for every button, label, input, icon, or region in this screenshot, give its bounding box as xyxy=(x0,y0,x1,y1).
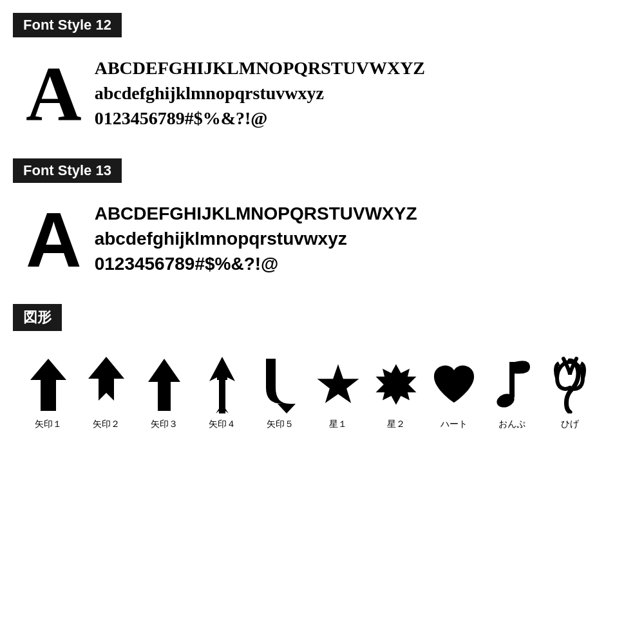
svg-rect-9 xyxy=(509,362,515,397)
hige-icon xyxy=(547,355,592,413)
arrow1-icon xyxy=(26,355,71,413)
shape-item-arrow3: 矢印３ xyxy=(135,355,193,430)
music-icon xyxy=(489,355,535,413)
arrow4-icon xyxy=(200,355,245,413)
font-style-12-row-3: 0123456789#$%&?!@ xyxy=(95,106,425,131)
font-style-12-title: Font Style 12 xyxy=(13,13,122,37)
font-style-13-char-rows: ABCDEFGHIJKLMNOPQRSTUVWXYZ abcdefghijklm… xyxy=(95,201,417,277)
shape-item-star2: 星２ xyxy=(367,355,425,430)
shape-label-arrow1: 矢印１ xyxy=(35,419,62,430)
shape-label-arrow5: 矢印５ xyxy=(267,419,294,430)
font-style-12-char-rows: ABCDEFGHIJKLMNOPQRSTUVWXYZ abcdefghijklm… xyxy=(95,55,425,131)
font-style-12-row-1: ABCDEFGHIJKLMNOPQRSTUVWXYZ xyxy=(95,55,425,80)
svg-marker-1 xyxy=(88,357,124,401)
arrow3-icon xyxy=(142,355,187,413)
font-style-13-row-1: ABCDEFGHIJKLMNOPQRSTUVWXYZ xyxy=(95,201,417,226)
font-style-13-row-3: 0123456789#$%&?!@ xyxy=(95,251,417,276)
shape-item-heart: ハート xyxy=(425,355,483,430)
star2-icon xyxy=(374,355,419,413)
font-style-13-section: Font Style 13 A ABCDEFGHIJKLMNOPQRSTUVWX… xyxy=(13,158,631,285)
shape-label-star1: 星１ xyxy=(329,419,347,430)
shapes-section-title: 図形 xyxy=(13,304,62,331)
shape-item-arrow4: 矢印４ xyxy=(193,355,251,430)
shape-item-arrow2: 矢印２ xyxy=(77,355,135,430)
heart-icon xyxy=(431,355,477,413)
font-style-13-row-2: abcdefghijklmnopqrstuvwxyz xyxy=(95,226,417,251)
shape-item-arrow5: 矢印５ xyxy=(251,355,309,430)
font-style-13-demo: A ABCDEFGHIJKLMNOPQRSTUVWXYZ abcdefghijk… xyxy=(13,194,631,285)
svg-marker-6 xyxy=(317,365,359,403)
shape-label-heart: ハート xyxy=(440,419,468,430)
shape-label-star2: 星２ xyxy=(387,419,405,430)
font-style-12-demo: A ABCDEFGHIJKLMNOPQRSTUVWXYZ abcdefghijk… xyxy=(13,49,631,139)
arrow5-icon xyxy=(258,355,303,413)
svg-marker-4 xyxy=(209,357,235,381)
shape-label-music: おんぷ xyxy=(498,419,526,430)
svg-marker-2 xyxy=(148,359,180,411)
shape-label-arrow2: 矢印２ xyxy=(93,419,120,430)
shape-label-arrow3: 矢印３ xyxy=(151,419,178,430)
shape-item-star1: 星１ xyxy=(309,355,367,430)
shape-item-arrow1: 矢印１ xyxy=(19,355,77,430)
shapes-grid: 矢印１ 矢印２ 矢印３ xyxy=(13,343,631,430)
font-style-12-section: Font Style 12 A ABCDEFGHIJKLMNOPQRSTUVWX… xyxy=(13,13,631,139)
shape-label-hige: ひげ xyxy=(561,419,579,430)
shape-item-hige: ひげ xyxy=(541,355,599,430)
font-style-13-title: Font Style 13 xyxy=(13,158,122,183)
font-style-12-big-letter: A xyxy=(26,55,82,133)
star1-icon xyxy=(316,355,361,413)
svg-marker-0 xyxy=(30,359,66,411)
font-style-13-big-letter: A xyxy=(26,201,82,278)
shape-label-arrow4: 矢印４ xyxy=(209,419,236,430)
page: Font Style 12 A ABCDEFGHIJKLMNOPQRSTUVWX… xyxy=(0,0,644,462)
shape-item-music: おんぷ xyxy=(483,355,541,430)
font-style-12-row-2: abcdefghijklmnopqrstuvwxyz xyxy=(95,80,425,106)
arrow2-icon xyxy=(84,355,129,413)
shapes-section: 図形 矢印１ 矢印２ xyxy=(13,304,631,430)
